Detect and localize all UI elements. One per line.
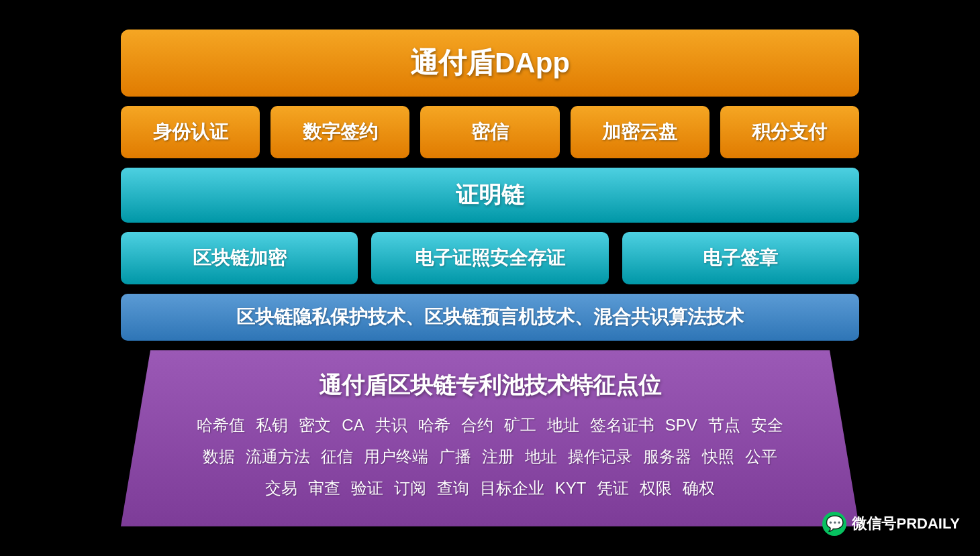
main-container: 通付盾DApp 身份认证数字签约密信加密云盘积分支付 证明链 区块链加密电子证照… <box>54 30 926 526</box>
patent-keyword: 快照 <box>702 447 734 465</box>
patent-keyword: 注册 <box>482 447 514 465</box>
dapp-title-bar: 通付盾DApp <box>121 30 859 97</box>
patent-keyword: 地址 <box>547 416 579 434</box>
tech-boxes-row: 区块链加密电子证照安全存证电子签章 <box>121 232 859 284</box>
patent-keyword: 征信 <box>321 447 353 465</box>
wechat-icon: 💬 <box>822 512 846 536</box>
patent-keyword: 哈希值 <box>197 416 245 434</box>
patent-keyword: 目标企业 <box>480 479 544 497</box>
patent-keyword: 验证 <box>351 479 383 497</box>
patent-keyword: CA <box>342 416 364 434</box>
app-module-box: 数字签约 <box>271 106 409 158</box>
patent-keyword: 密文 <box>299 416 331 434</box>
patent-keyword: 广播 <box>439 447 471 465</box>
patent-keyword: 私钥 <box>256 416 288 434</box>
patent-keyword: 流通方法 <box>246 447 310 465</box>
patent-keyword: 凭证 <box>597 479 629 497</box>
patent-keyword: 共识 <box>375 416 407 434</box>
app-module-box: 积分支付 <box>720 106 859 158</box>
patent-keyword: 矿工 <box>504 416 536 434</box>
patent-keyword: 订阅 <box>394 479 426 497</box>
patent-keyword: 权限 <box>640 479 672 497</box>
patent-keyword: 节点 <box>708 416 740 434</box>
patent-keyword: 操作记录 <box>568 447 632 465</box>
patent-row-3: 交易审查验证订阅查询目标企业KYT凭证权限确权 <box>175 475 805 502</box>
watermark-label: 微信号PRDAILY <box>852 514 960 534</box>
patent-keyword: 公平 <box>745 447 777 465</box>
tech-box: 电子签章 <box>622 232 859 284</box>
patent-keyword: 合约 <box>461 416 493 434</box>
patent-keyword: 确权 <box>683 479 715 497</box>
app-module-box: 身份认证 <box>121 106 260 158</box>
patent-keyword: KYT <box>555 479 587 497</box>
patent-keyword: 数据 <box>203 447 235 465</box>
patent-keyword: 哈希 <box>418 416 450 434</box>
patent-title: 通付盾区块链专利池技术特征点位 <box>175 370 805 401</box>
app-module-box: 密信 <box>420 106 559 158</box>
patent-keyword: SPV <box>665 416 697 434</box>
patent-pool: 通付盾区块链专利池技术特征点位 哈希值私钥密文CA共识哈希合约矿工地址签名证书S… <box>121 350 859 526</box>
watermark: 💬 微信号PRDAILY <box>822 512 960 536</box>
patent-keyword: 签名证书 <box>590 416 654 434</box>
patent-row-1: 哈希值私钥密文CA共识哈希合约矿工地址签名证书SPV节点安全 <box>175 412 805 439</box>
app-module-box: 加密云盘 <box>571 106 709 158</box>
patent-keyword: 查询 <box>437 479 469 497</box>
chain-bar: 证明链 <box>121 168 859 223</box>
patent-keyword: 用户终端 <box>364 447 428 465</box>
patent-keyword: 交易 <box>265 479 297 497</box>
app-modules-row: 身份认证数字签约密信加密云盘积分支付 <box>121 106 859 158</box>
tech-box: 电子证照安全存证 <box>371 232 608 284</box>
patent-keyword: 地址 <box>525 447 557 465</box>
patent-keyword: 审查 <box>308 479 340 497</box>
patent-row-2: 数据流通方法征信用户终端广播注册地址操作记录服务器快照公平 <box>175 443 805 471</box>
patent-keywords: 哈希值私钥密文CA共识哈希合约矿工地址签名证书SPV节点安全 数据流通方法征信用… <box>175 412 805 502</box>
patent-keyword: 服务器 <box>643 447 691 465</box>
tech-box: 区块链加密 <box>121 232 358 284</box>
blockchain-bar: 区块链隐私保护技术、区块链预言机技术、混合共识算法技术 <box>121 294 859 341</box>
patent-keyword: 安全 <box>751 416 783 434</box>
